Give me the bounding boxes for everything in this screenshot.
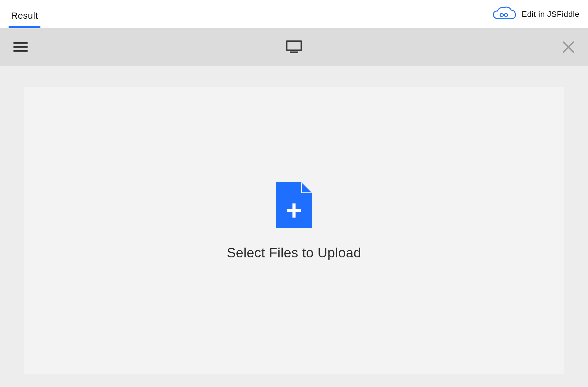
svg-rect-2 — [13, 50, 28, 52]
monitor-icon — [286, 40, 302, 54]
app-header — [0, 28, 588, 66]
svg-rect-4 — [290, 51, 298, 53]
jsfiddle-bar: Result Edit in JSFiddle — [0, 0, 588, 28]
upload-dropzone[interactable]: Select Files to Upload — [24, 87, 564, 374]
file-add-icon — [276, 182, 312, 228]
device-source-button[interactable] — [286, 40, 302, 54]
svg-rect-8 — [287, 209, 301, 212]
svg-rect-1 — [13, 46, 28, 48]
edit-in-jsfiddle-link[interactable]: Edit in JSFiddle — [492, 6, 579, 22]
svg-rect-0 — [13, 42, 28, 44]
cloud-infinity-icon — [492, 6, 516, 22]
app-frame: Select Files to Upload — [0, 28, 588, 387]
hamburger-icon — [13, 42, 28, 53]
jsfiddle-tabs: Result — [9, 0, 40, 28]
svg-rect-3 — [287, 41, 301, 50]
edit-in-jsfiddle-label: Edit in JSFiddle — [522, 9, 579, 19]
tab-result[interactable]: Result — [9, 10, 40, 28]
hamburger-menu-button[interactable] — [13, 42, 28, 53]
close-button[interactable] — [562, 41, 575, 53]
close-icon — [562, 41, 575, 53]
upload-prompt-label: Select Files to Upload — [227, 245, 361, 260]
app-body: Select Files to Upload — [0, 66, 588, 374]
